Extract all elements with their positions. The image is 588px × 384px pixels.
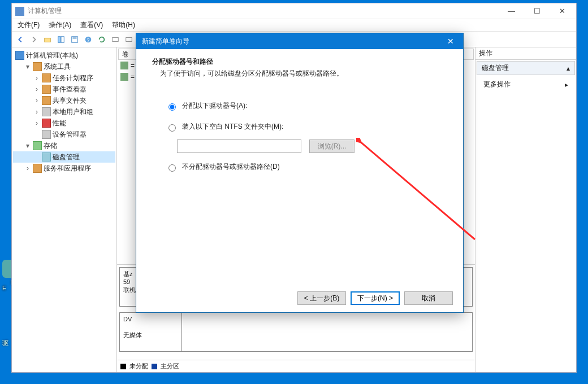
toolbar-btn-a[interactable] (109, 33, 122, 46)
collapse-icon: ▴ (567, 64, 570, 72)
svg-rect-8 (126, 37, 132, 41)
help-button[interactable]: ? (82, 33, 94, 46)
desktop-icon-label: 驱 (2, 339, 8, 347)
option-mount-folder-label: 装入以下空白 NTFS 文件夹中(M): (182, 122, 283, 132)
perf-icon (42, 119, 51, 128)
tree-root[interactable]: 计算机管理(本地) (13, 50, 115, 61)
nav-tree[interactable]: 计算机管理(本地) ▾系统工具 ›任务计划程序 ›事件查看器 ›共享文件夹 ›本… (12, 47, 117, 372)
refresh-button[interactable] (96, 33, 108, 46)
actions-pane: 操作 磁盘管理 ▴ 更多操作 ▸ (475, 47, 576, 372)
users-icon (42, 107, 51, 116)
menu-view[interactable]: 查看(V) (77, 19, 106, 31)
actions-section-diskmgmt[interactable]: 磁盘管理 ▴ (477, 61, 575, 75)
svg-text:?: ? (87, 37, 90, 42)
mount-path-input (177, 139, 301, 153)
tree-shared-folders[interactable]: ›共享文件夹 (13, 95, 115, 106)
menu-file[interactable]: 文件(F) (14, 19, 43, 31)
new-simple-volume-wizard: 新建简单卷向导 ✕ 分配驱动器号和路径 为了便于访问，可以给磁盘分区分配驱动器号… (136, 33, 464, 313)
nav-back-button[interactable] (14, 33, 27, 46)
radio-mount-folder[interactable] (168, 124, 176, 132)
option-no-assign-label: 不分配驱动器号或驱动器路径(D) (182, 162, 280, 172)
services-icon (33, 164, 42, 173)
wizard-cancel-button[interactable]: 取消 (404, 291, 453, 305)
show-hide-button[interactable] (55, 33, 67, 46)
tree-services-apps[interactable]: ›服务和应用程序 (13, 163, 115, 174)
desktop-icon-label: E (2, 285, 6, 291)
tree-performance[interactable]: ›性能 (13, 117, 115, 129)
mmc-icon (15, 7, 24, 16)
nav-fwd-button[interactable] (28, 33, 40, 46)
minimize-button[interactable]: — (499, 3, 524, 19)
legend-primary: 主分区 (161, 362, 179, 370)
folder-icon (33, 62, 42, 71)
chevron-right-icon: ▸ (565, 81, 568, 89)
wizard-titlebar[interactable]: 新建简单卷向导 ✕ (136, 33, 463, 49)
svg-rect-7 (113, 37, 119, 41)
dvd-nomedia: 无媒体 (123, 331, 178, 339)
volume-icon (120, 62, 128, 69)
option-no-assign[interactable]: 不分配驱动器号或驱动器路径(D) (166, 162, 440, 172)
close-button[interactable]: ✕ (550, 3, 575, 19)
option-assign-letter-label: 分配以下驱动器号(A): (182, 101, 247, 111)
tree-storage[interactable]: ▾存储 (13, 140, 115, 151)
option-mount-folder[interactable]: 装入以下空白 NTFS 文件夹中(M): (166, 122, 440, 132)
toolbar-btn-b[interactable] (123, 33, 135, 46)
volume-icon (120, 73, 128, 81)
event-icon (42, 85, 51, 94)
wizard-title: 新建简单卷向导 (142, 37, 189, 46)
wizard-close-button[interactable]: ✕ (439, 33, 462, 49)
disk-icon (42, 152, 51, 162)
menubar: 文件(F) 操作(A) 查看(V) 帮助(H) (12, 19, 576, 32)
computer-icon (15, 51, 24, 60)
svg-rect-2 (61, 36, 64, 42)
svg-rect-3 (72, 36, 78, 42)
wizard-subheading: 为了便于访问，可以给磁盘分区分配驱动器号或驱动器路径。 (152, 69, 452, 78)
menu-help[interactable]: 帮助(H) (109, 19, 139, 31)
legend-unallocated: 未分配 (129, 362, 148, 370)
window-title: 计算机管理 (28, 6, 62, 16)
svg-rect-1 (58, 36, 60, 42)
tree-disk-management[interactable]: 磁盘管理 (13, 151, 115, 163)
tree-system-tools[interactable]: ▾系统工具 (13, 61, 115, 72)
up-button[interactable] (41, 33, 54, 46)
tree-local-users[interactable]: ›本地用户和组 (13, 106, 115, 117)
tree-event-viewer[interactable]: ›事件查看器 (13, 84, 115, 95)
properties-button[interactable] (68, 33, 81, 46)
storage-icon (33, 141, 42, 150)
actions-more[interactable]: 更多操作 ▸ (475, 76, 576, 93)
radio-assign-letter[interactable] (168, 103, 176, 111)
legend: 未分配 主分区 (117, 360, 475, 372)
svg-rect-4 (73, 37, 77, 38)
wizard-heading: 分配驱动器号和路径 (152, 57, 452, 67)
radio-no-assign[interactable] (168, 164, 176, 172)
option-assign-letter[interactable]: 分配以下驱动器号(A): (166, 101, 440, 111)
actions-header: 操作 (475, 47, 576, 60)
maximize-button[interactable]: ☐ (524, 3, 550, 19)
disk-card-dvd[interactable]: DV 无媒体 (119, 312, 473, 352)
clock-icon (42, 73, 51, 82)
menu-action[interactable]: 操作(A) (45, 19, 75, 31)
titlebar[interactable]: 计算机管理 — ☐ ✕ (12, 3, 576, 19)
tree-device-manager[interactable]: 设备管理器 (13, 129, 115, 140)
share-icon (42, 96, 51, 105)
svg-rect-0 (45, 38, 51, 42)
wizard-back-button[interactable]: < 上一步(B) (297, 291, 346, 305)
device-icon (42, 130, 51, 139)
browse-button: 浏览(R)... (309, 139, 354, 153)
tree-task-scheduler[interactable]: ›任务计划程序 (13, 72, 115, 84)
wizard-next-button[interactable]: 下一步(N) > (351, 291, 400, 305)
dvd-label: DV (123, 315, 178, 323)
